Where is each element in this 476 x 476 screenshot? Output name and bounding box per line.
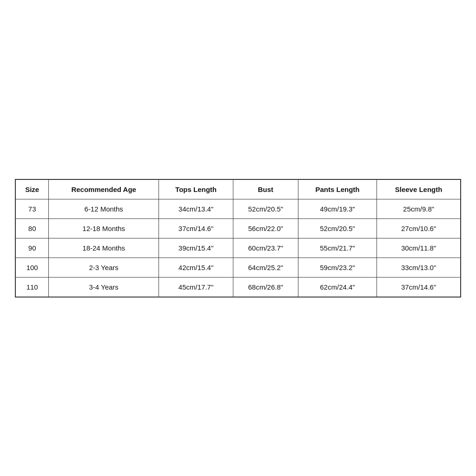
table-header-row: Size Recommended Age Tops Length Bust Pa… <box>15 179 461 199</box>
cell-age: 6-12 Months <box>49 199 159 218</box>
cell-tops-length: 34cm/13.4" <box>159 199 233 218</box>
header-tops-length: Tops Length <box>159 179 233 199</box>
cell-tops-length: 45cm/17.7" <box>159 277 233 297</box>
table-row: 9018-24 Months39cm/15.4"60cm/23.7"55cm/2… <box>15 238 461 258</box>
cell-age: 12-18 Months <box>49 218 159 238</box>
cell-bust: 52cm/20.5" <box>233 199 298 218</box>
cell-bust: 60cm/23.7" <box>233 238 298 258</box>
header-bust: Bust <box>233 179 298 199</box>
cell-bust: 68cm/26.8" <box>233 277 298 297</box>
cell-pants-length: 49cm/19.3" <box>298 199 377 218</box>
header-pants-length: Pants Length <box>298 179 377 199</box>
table-row: 736-12 Months34cm/13.4"52cm/20.5"49cm/19… <box>15 199 461 218</box>
cell-size: 80 <box>15 218 49 238</box>
cell-sleeve-length: 30cm/11.8" <box>377 238 461 258</box>
cell-tops-length: 37cm/14.6" <box>159 218 233 238</box>
header-sleeve-length: Sleeve Length <box>377 179 461 199</box>
cell-sleeve-length: 25cm/9.8" <box>377 199 461 218</box>
cell-sleeve-length: 27cm/10.6" <box>377 218 461 238</box>
cell-tops-length: 42cm/15.4" <box>159 258 233 277</box>
table-row: 8012-18 Months37cm/14.6"56cm/22.0"52cm/2… <box>15 218 461 238</box>
cell-sleeve-length: 37cm/14.6" <box>377 277 461 297</box>
table-row: 1103-4 Years45cm/17.7"68cm/26.8"62cm/24.… <box>15 277 461 297</box>
cell-bust: 64cm/25.2" <box>233 258 298 277</box>
cell-size: 100 <box>15 258 49 277</box>
cell-pants-length: 59cm/23.2" <box>298 258 377 277</box>
cell-pants-length: 52cm/20.5" <box>298 218 377 238</box>
cell-pants-length: 55cm/21.7" <box>298 238 377 258</box>
cell-pants-length: 62cm/24.4" <box>298 277 377 297</box>
table-row: 1002-3 Years42cm/15.4"64cm/25.2"59cm/23.… <box>15 258 461 277</box>
cell-size: 90 <box>15 238 49 258</box>
header-size: Size <box>15 179 49 199</box>
cell-sleeve-length: 33cm/13.0" <box>377 258 461 277</box>
cell-tops-length: 39cm/15.4" <box>159 238 233 258</box>
cell-age: 18-24 Months <box>49 238 159 258</box>
size-chart-container: Size Recommended Age Tops Length Bust Pa… <box>15 179 461 298</box>
cell-age: 3-4 Years <box>49 277 159 297</box>
size-chart-table: Size Recommended Age Tops Length Bust Pa… <box>15 179 461 298</box>
cell-size: 73 <box>15 199 49 218</box>
cell-size: 110 <box>15 277 49 297</box>
header-recommended-age: Recommended Age <box>49 179 159 199</box>
cell-age: 2-3 Years <box>49 258 159 277</box>
cell-bust: 56cm/22.0" <box>233 218 298 238</box>
